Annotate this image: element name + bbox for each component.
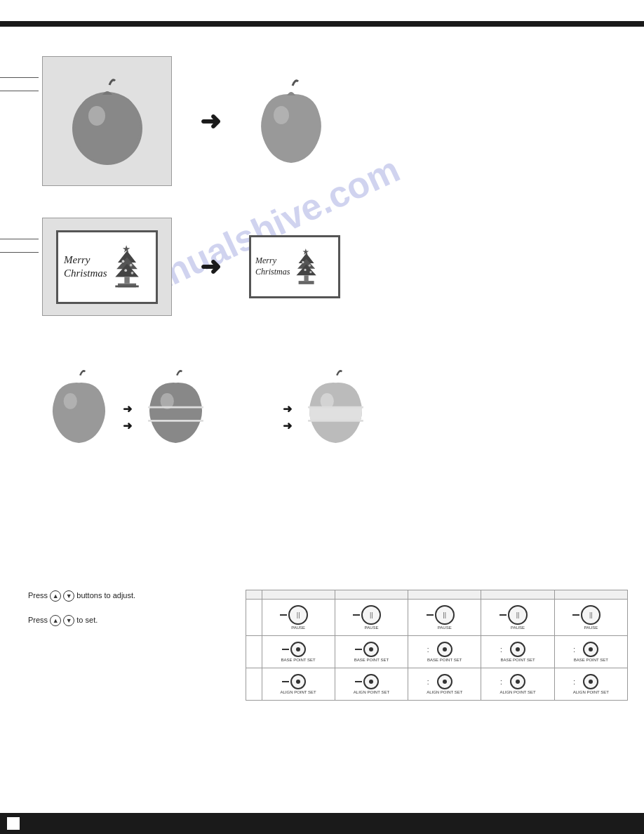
down-btn-1[interactable]: ▼ bbox=[63, 590, 74, 602]
controls-text-1: Press ▲ ▼ buttons to adjust. bbox=[28, 590, 232, 602]
svg-rect-18 bbox=[304, 275, 309, 281]
pause-btn-5[interactable]: || PAUSE bbox=[558, 605, 624, 630]
arrow-line-4 bbox=[0, 252, 39, 253]
svg-point-21 bbox=[304, 268, 307, 270]
left-text-section: Press ▲ ▼ buttons to adjust. Press ▲ ▼ t… bbox=[28, 590, 232, 627]
apple-svg-seq-1 bbox=[42, 365, 116, 446]
line-h-4 bbox=[0, 252, 39, 253]
arrow-line-3 bbox=[0, 239, 39, 239]
th-0 bbox=[246, 590, 262, 600]
cell-pause-3: || PAUSE bbox=[408, 600, 481, 636]
cell-base-3: : BASE POINT SET bbox=[408, 636, 481, 668]
cell-align-4: : ALIGN POINT SET bbox=[481, 668, 554, 701]
svg-point-22 bbox=[310, 271, 312, 273]
cell-pause-0 bbox=[246, 600, 262, 636]
table-row-base: BASE POINT SET BASE POINT SET bbox=[246, 636, 628, 668]
apple-with-h-lines bbox=[139, 365, 213, 449]
align-btn-2[interactable]: ALIGN POINT SET bbox=[338, 674, 405, 694]
card-text-output: Merry Christmas bbox=[255, 256, 290, 277]
apple-svg-1 bbox=[62, 72, 153, 171]
line-h-1 bbox=[0, 77, 39, 78]
small-arr-2: ➜ bbox=[123, 419, 132, 432]
svg-marker-14 bbox=[303, 249, 309, 255]
align-btn-5[interactable]: : ALIGN POINT SET bbox=[558, 674, 624, 694]
line-h-2 bbox=[0, 91, 39, 91]
christmas-card-output: Merry Christmas bbox=[249, 235, 340, 298]
card-christmas: Christmas bbox=[64, 267, 107, 281]
base-btn-3[interactable]: : BASE POINT SET bbox=[411, 642, 478, 662]
controls-text-2: Press ▲ ▼ to set. bbox=[28, 614, 232, 627]
th-4 bbox=[481, 590, 554, 600]
christmas-card-1: Merry Christmas bbox=[56, 230, 158, 304]
base-btn-2[interactable]: BASE POINT SET bbox=[338, 642, 405, 662]
controls-table: || PAUSE || PAUSE bbox=[246, 590, 628, 701]
up-btn-1[interactable]: ▲ bbox=[50, 590, 61, 602]
card-christmas-output: Christmas bbox=[255, 267, 290, 278]
table-row-pause: || PAUSE || PAUSE bbox=[246, 600, 628, 636]
pause-btn-2[interactable]: || PAUSE bbox=[338, 605, 405, 630]
svg-marker-3 bbox=[123, 245, 130, 252]
cell-base-2: BASE POINT SET bbox=[335, 636, 408, 668]
apple-alone bbox=[42, 365, 116, 449]
card-box-1: Merry Christmas bbox=[42, 218, 172, 316]
pause-btn-4[interactable]: || PAUSE bbox=[484, 605, 551, 630]
arrow-line-1 bbox=[0, 77, 39, 78]
section3-container: ➜ ➜ ↓ ➜ ➜ bbox=[42, 365, 373, 449]
svg-point-1 bbox=[88, 106, 105, 126]
down-btn-2[interactable]: ▼ bbox=[63, 615, 74, 626]
line-h-3 bbox=[0, 239, 39, 239]
small-arr-3: ➜ bbox=[283, 402, 292, 416]
base-btn-4[interactable]: : BASE POINT SET bbox=[484, 642, 551, 662]
image-box-1 bbox=[42, 56, 172, 186]
svg-rect-23 bbox=[299, 281, 314, 284]
svg-rect-7 bbox=[124, 277, 129, 283]
th-5 bbox=[554, 590, 627, 600]
cell-align-2: ALIGN POINT SET bbox=[335, 668, 408, 701]
apple-cut bbox=[299, 365, 373, 449]
apple-svg-seq-3 bbox=[299, 365, 373, 446]
card-merry: Merry bbox=[64, 253, 107, 267]
cell-base-4: : BASE POINT SET bbox=[481, 636, 554, 668]
cell-pause-5: || PAUSE bbox=[554, 600, 627, 636]
arrow-group-1: ➜ ➜ bbox=[123, 402, 132, 432]
svg-point-24 bbox=[64, 393, 77, 409]
bottom-bar-square bbox=[7, 817, 20, 830]
base-btn-1[interactable]: BASE POINT SET bbox=[265, 642, 332, 662]
cell-align-5: : ALIGN POINT SET bbox=[554, 668, 627, 701]
table-header-row bbox=[246, 590, 628, 600]
top-bar bbox=[0, 21, 644, 27]
svg-point-20 bbox=[309, 264, 311, 266]
christmas-tree-svg-2 bbox=[293, 248, 320, 286]
align-btn-3[interactable]: : ALIGN POINT SET bbox=[411, 674, 478, 694]
th-1 bbox=[262, 590, 335, 600]
small-arr-1: ➜ bbox=[123, 402, 132, 416]
small-arr-4: ➜ bbox=[283, 419, 292, 432]
pause-btn-1[interactable]: || PAUSE bbox=[265, 605, 332, 630]
cell-align-1: ALIGN POINT SET bbox=[262, 668, 335, 701]
svg-marker-17 bbox=[297, 264, 316, 275]
svg-point-2 bbox=[274, 106, 289, 124]
align-btn-4[interactable]: : ALIGN POINT SET bbox=[484, 674, 551, 694]
arrow-group-2: ➜ ➜ bbox=[283, 402, 292, 432]
arrow-line-2 bbox=[0, 91, 39, 91]
christmas-tree-svg-1 bbox=[112, 244, 143, 290]
cell-pause-1: || PAUSE bbox=[262, 600, 335, 636]
svg-point-8 bbox=[121, 260, 124, 263]
svg-point-10 bbox=[124, 269, 127, 272]
bottom-bar bbox=[0, 813, 644, 834]
th-3 bbox=[408, 590, 481, 600]
arrow-lines-2 bbox=[0, 239, 39, 253]
pause-btn-3[interactable]: || PAUSE bbox=[411, 605, 478, 630]
section1-apple-box: ➜ bbox=[42, 56, 333, 186]
section2-card: Merry Christmas bbox=[42, 218, 340, 316]
apple-svg-output-1 bbox=[249, 74, 333, 166]
base-btn-5[interactable]: : BASE POINT SET bbox=[558, 642, 624, 662]
svg-rect-13 bbox=[115, 285, 138, 287]
controls-table-section: || PAUSE || PAUSE bbox=[246, 590, 628, 701]
card-merry-output: Merry bbox=[255, 256, 290, 267]
align-btn-1[interactable]: ALIGN POINT SET bbox=[265, 674, 332, 694]
cell-pause-2: || PAUSE bbox=[335, 600, 408, 636]
apple-svg-seq-2 bbox=[139, 365, 213, 446]
up-btn-2[interactable]: ▲ bbox=[50, 615, 61, 626]
table-row-align: ALIGN POINT SET ALIGN POINT SET bbox=[246, 668, 628, 701]
